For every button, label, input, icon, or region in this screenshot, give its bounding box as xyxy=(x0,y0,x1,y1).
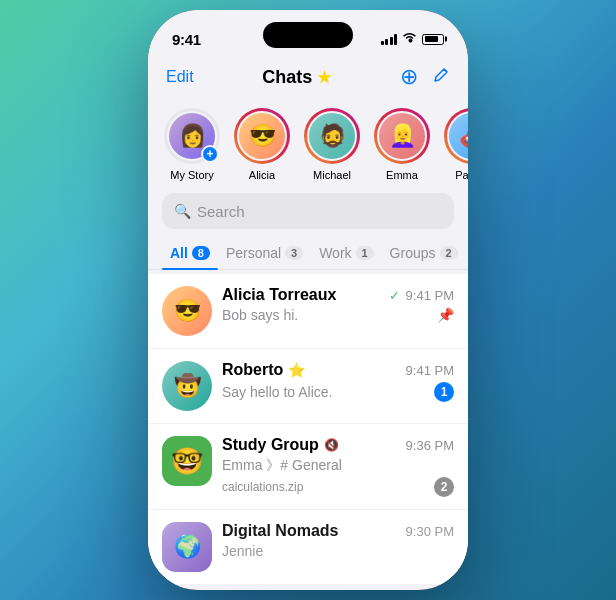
chat-content-alicia: Alicia Torreaux ✓ 9:41 PM Bob says hi. 📌 xyxy=(222,286,454,323)
chat-list: 😎 Alicia Torreaux ✓ 9:41 PM Bob says hi. xyxy=(148,274,468,585)
chat-time-study-group: 9:36 PM xyxy=(406,438,454,453)
story-ring-emma: 👱‍♀️ xyxy=(374,108,430,164)
story-ring-alicia: 😎 xyxy=(234,108,290,164)
tab-groups[interactable]: Groups 2 xyxy=(382,239,466,269)
story-ring-michael: 🧔 xyxy=(304,108,360,164)
star-icon: ★ xyxy=(317,68,331,87)
avatar-alicia-torreaux: 😎 xyxy=(162,286,212,336)
star-icon-roberto: ⭐ xyxy=(288,362,305,378)
unread-badge-roberto: 1 xyxy=(434,382,454,402)
story-item-my-story[interactable]: 👩 + My Story xyxy=(164,108,220,181)
signal-icon xyxy=(381,33,398,45)
compose-button[interactable] xyxy=(432,66,450,89)
story-label-my-story: My Story xyxy=(170,169,213,181)
tab-personal[interactable]: Personal 3 xyxy=(218,239,311,269)
mute-icon-study: 🔇 xyxy=(324,438,339,452)
story-avatar-wrap-alicia: 😎 xyxy=(234,108,290,164)
chat-preview-roberto: Say hello to Alice. xyxy=(222,384,434,400)
phone-screen: 9:41 xyxy=(148,10,468,590)
chat-time-digital-nomads: 9:30 PM xyxy=(406,524,454,539)
unread-badge-study: 2 xyxy=(434,477,454,497)
search-icon: 🔍 xyxy=(174,203,191,219)
add-chat-button[interactable]: ⊕ xyxy=(400,64,418,90)
chat-item-digital-nomads[interactable]: 🌍 Digital Nomads 9:30 PM Jennie xyxy=(148,510,468,585)
search-placeholder: Search xyxy=(197,203,245,220)
story-avatar-wrap-emma: 👱‍♀️ xyxy=(374,108,430,164)
avatar-digital-nomads: 🌍 xyxy=(162,522,212,572)
avatar-michael-story: 🧔 xyxy=(307,111,357,161)
chat-content-study-group: Study Group 🔇 9:36 PM Emma 》# General ca… xyxy=(222,436,454,497)
tab-groups-badge: 2 xyxy=(440,246,458,260)
phone-frame: 9:41 xyxy=(148,10,468,590)
app-header: Edit Chats ★ ⊕ xyxy=(148,60,468,100)
chat-time-alicia: ✓ 9:41 PM xyxy=(389,288,454,303)
avatar-emma-story: 👱‍♀️ xyxy=(377,111,427,161)
story-avatar-wrap-patrick: 🎸 xyxy=(444,108,468,164)
chat-preview-alicia: Bob says hi. xyxy=(222,307,437,323)
tab-personal-badge: 3 xyxy=(285,246,303,260)
avatar-roberto: 🤠 xyxy=(162,361,212,411)
chat-name-study-group: Study Group 🔇 xyxy=(222,436,339,454)
status-time: 9:41 xyxy=(172,31,201,48)
dynamic-island xyxy=(263,22,353,48)
story-label-michael: Michael xyxy=(313,169,351,181)
story-avatar-wrap-my-story: 👩 + xyxy=(164,108,220,164)
story-item-michael[interactable]: 🧔 Michael xyxy=(304,108,360,181)
story-item-alicia[interactable]: 😎 Alicia xyxy=(234,108,290,181)
chat-preview-digital-nomads: Jennie xyxy=(222,543,454,559)
battery-icon xyxy=(422,34,444,45)
status-icons xyxy=(381,32,445,46)
avatar-patrick-story: 🎸 xyxy=(447,111,468,161)
header-actions: ⊕ xyxy=(400,64,450,90)
stories-row[interactable]: 👩 + My Story 😎 Alicia 🧔 xyxy=(148,100,468,193)
tab-all-badge: 8 xyxy=(192,246,210,260)
story-ring-patrick: 🎸 xyxy=(444,108,468,164)
add-story-badge: + xyxy=(201,145,219,163)
chat-name-alicia: Alicia Torreaux xyxy=(222,286,336,304)
filter-tabs: All 8 Personal 3 Work 1 Groups 2 Chan… xyxy=(148,239,468,270)
chat-item-study-group[interactable]: 🤓 Study Group 🔇 9:36 PM Emma 》# General … xyxy=(148,424,468,510)
search-bar[interactable]: 🔍 Search xyxy=(162,193,454,229)
wifi-icon xyxy=(402,32,417,46)
pin-icon-alicia: 📌 xyxy=(437,307,454,323)
story-label-alicia: Alicia xyxy=(249,169,275,181)
chat-name-digital-nomads: Digital Nomads xyxy=(222,522,338,540)
story-label-patrick: Patrick xyxy=(455,169,468,181)
tab-all[interactable]: All 8 xyxy=(162,239,218,269)
chat-sub-preview-study: calculations.zip xyxy=(222,480,303,494)
header-title: Chats ★ xyxy=(262,67,331,88)
story-label-emma: Emma xyxy=(386,169,418,181)
story-item-emma[interactable]: 👱‍♀️ Emma xyxy=(374,108,430,181)
chat-name-roberto: Roberto ⭐ xyxy=(222,361,305,379)
story-item-patrick[interactable]: 🎸 Patrick xyxy=(444,108,468,181)
tab-channels[interactable]: Chan… xyxy=(466,239,469,269)
tab-work[interactable]: Work 1 xyxy=(311,239,381,269)
chat-content-digital-nomads: Digital Nomads 9:30 PM Jennie xyxy=(222,522,454,559)
edit-button[interactable]: Edit xyxy=(166,68,194,86)
chat-time-roberto: 9:41 PM xyxy=(406,363,454,378)
chat-item-alicia-torreaux[interactable]: 😎 Alicia Torreaux ✓ 9:41 PM Bob says hi. xyxy=(148,274,468,349)
story-avatar-wrap-michael: 🧔 xyxy=(304,108,360,164)
avatar-study-group: 🤓 xyxy=(162,436,212,486)
avatar-alicia-story: 😎 xyxy=(237,111,287,161)
tab-work-badge: 1 xyxy=(356,246,374,260)
chat-item-roberto[interactable]: 🤠 Roberto ⭐ 9:41 PM Say hello to Alice. … xyxy=(148,349,468,424)
chat-content-roberto: Roberto ⭐ 9:41 PM Say hello to Alice. 1 xyxy=(222,361,454,402)
chat-preview-study: Emma 》# General xyxy=(222,457,454,475)
